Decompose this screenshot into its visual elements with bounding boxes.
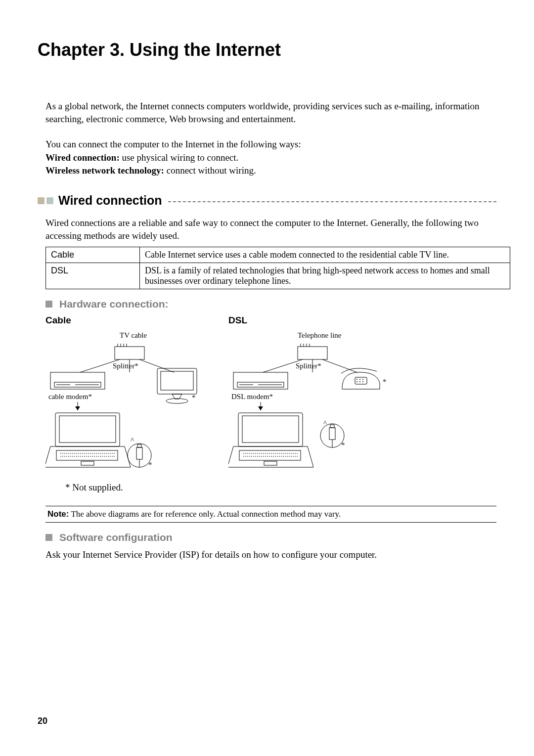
svg-rect-29 <box>137 445 141 447</box>
svg-marker-57 <box>258 406 263 410</box>
dashed-line-icon <box>168 201 496 202</box>
section-heading-wired: Wired connection <box>38 193 496 208</box>
square-bullet-icon <box>45 534 52 541</box>
svg-text:DSL modem*: DSL modem* <box>231 393 273 400</box>
diagram-dsl: DSL Telephone line Splitter* <box>228 315 392 479</box>
note-label: Note: <box>47 509 69 519</box>
svg-rect-66 <box>330 425 334 428</box>
svg-point-54 <box>362 381 363 382</box>
svg-rect-26 <box>81 461 94 465</box>
svg-point-53 <box>359 381 360 382</box>
svg-rect-21 <box>55 413 120 446</box>
table-row: Cable Cable Internet service uses a cabl… <box>46 247 510 263</box>
ways-lead: You can connect the computer to the Inte… <box>45 138 496 151</box>
chapter-title: Chapter 3. Using the Internet <box>38 40 496 60</box>
diagram-cable: Cable TV cable Splitter* <box>45 315 209 479</box>
square-bullet-icon <box>45 301 52 308</box>
svg-marker-20 <box>75 406 80 410</box>
note-text: The above diagrams are for reference onl… <box>69 509 341 519</box>
svg-text:*: * <box>192 394 196 401</box>
table-row: DSL DSL is a family of related technolog… <box>46 263 510 289</box>
svg-rect-22 <box>59 416 116 443</box>
svg-text:Splitter*: Splitter* <box>113 362 138 370</box>
wireless-rest: connect without wiring. <box>164 165 256 176</box>
svg-text:cable modem*: cable modem* <box>48 393 92 400</box>
svg-point-51 <box>362 379 363 380</box>
page-number: 20 <box>38 716 47 726</box>
table-key: DSL <box>46 263 140 289</box>
software-body: Ask your Internet Service Provider (ISP)… <box>38 548 496 561</box>
subheading-text: Software configuration <box>59 532 173 543</box>
svg-text:^: ^ <box>323 419 327 427</box>
svg-point-52 <box>356 381 357 382</box>
svg-text:*: * <box>383 378 387 386</box>
diagram-title-cable: Cable <box>45 315 209 326</box>
table-desc: DSL is a family of related technologies … <box>140 263 510 289</box>
svg-rect-23 <box>56 450 118 460</box>
note-block: Note: The above diagrams are for referen… <box>45 506 496 523</box>
svg-rect-59 <box>242 416 299 443</box>
subheading-software: Software configuration <box>38 532 496 543</box>
svg-rect-0 <box>115 347 144 359</box>
svg-line-42 <box>322 359 357 372</box>
svg-rect-10 <box>50 372 105 389</box>
svg-rect-16 <box>161 371 193 390</box>
svg-point-50 <box>359 379 360 380</box>
svg-rect-48 <box>355 377 367 384</box>
diagram-footnote: * Not supplied. <box>45 482 496 493</box>
bullet-icon <box>38 197 44 204</box>
wired-rest: use physical wiring to connect. <box>120 152 239 163</box>
svg-text:Splitter*: Splitter* <box>296 362 321 370</box>
svg-rect-63 <box>264 461 277 465</box>
svg-rect-60 <box>239 450 301 460</box>
svg-rect-58 <box>238 413 303 446</box>
definitions-table: Cable Cable Internet service uses a cabl… <box>45 247 510 289</box>
svg-line-9 <box>139 359 174 372</box>
svg-rect-65 <box>329 428 335 440</box>
svg-text:Telephone line: Telephone line <box>298 331 342 339</box>
svg-text:TV cable: TV cable <box>120 331 147 339</box>
svg-text:*: * <box>148 461 152 469</box>
ways-wireless: Wireless network technology: connect wit… <box>45 164 496 178</box>
diagram-title-dsl: DSL <box>228 315 392 326</box>
subheading-text: Hardware connection: <box>59 298 169 310</box>
ways-wired: Wired connection: use physical wiring to… <box>45 151 496 165</box>
dsl-diagram-svg: Telephone line Splitter* DSL modem* <box>228 329 392 477</box>
svg-text:*: * <box>341 441 345 449</box>
svg-text:^: ^ <box>131 436 134 444</box>
wireless-label: Wireless network technology: <box>45 165 164 176</box>
svg-rect-33 <box>298 347 327 359</box>
table-desc: Cable Internet service uses a cable mode… <box>140 247 510 263</box>
svg-point-49 <box>356 379 357 380</box>
wired-label: Wired connection: <box>45 152 120 163</box>
svg-rect-43 <box>233 372 288 389</box>
cable-diagram-svg: TV cable Splitter* cable modem* <box>45 329 209 477</box>
table-key: Cable <box>46 247 140 263</box>
section-body: Wired connections are a reliable and saf… <box>38 217 496 242</box>
section-title: Wired connection <box>58 193 162 208</box>
bullet-icon <box>46 197 53 204</box>
subheading-hardware: Hardware connection: <box>38 298 496 310</box>
svg-rect-28 <box>136 447 142 459</box>
intro-paragraph: As a global network, the Internet connec… <box>45 100 496 125</box>
